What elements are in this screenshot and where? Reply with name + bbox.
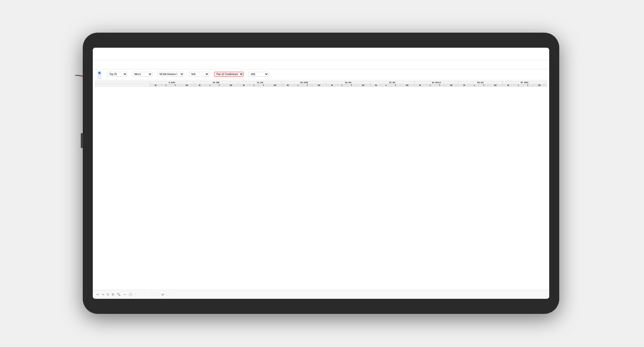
view-radio-group (98, 71, 102, 79)
team-group: (All) (249, 71, 269, 77)
conference-select[interactable]: Pac-12 Conference (All) ACC (214, 72, 244, 77)
undo-icon[interactable]: ↩ (97, 293, 99, 296)
col-header-asu: 3. ASU (150, 81, 194, 84)
sub-col-t-5: T (347, 84, 356, 87)
sub-col-d-6: Dif (400, 84, 414, 87)
share-icon[interactable]: ⇄ (162, 293, 164, 296)
sub-col-d-1: Dif (180, 84, 194, 87)
tablet-screen: Top 25 Top 10 Top 50 Men's Women's NCAA … (93, 48, 549, 299)
sub-col-l-3: L (250, 84, 259, 87)
share-button[interactable] (167, 294, 171, 296)
filters-row: Top 25 Top 10 Top 50 Men's Women's NCAA … (93, 69, 549, 80)
sub-col-d-9: Dif (532, 84, 547, 87)
sub-col-w-3: W (238, 84, 250, 87)
sub-col-t-7: T (435, 84, 444, 87)
sub-col-d-8: Dif (488, 84, 503, 87)
sub-col-d-2: Dif (224, 84, 238, 87)
sub-col-d-7: Dif (444, 84, 458, 87)
matrix-corner (96, 81, 150, 84)
sub-col-l-6: L (382, 84, 391, 87)
sub-col-l-9: L (514, 84, 523, 87)
sub-col-w-8: W (458, 84, 470, 87)
toolbar: ↩ ↪ ↻ ⚙ 🔍 — 🕐 ⇄ (93, 290, 549, 299)
col-header-ua: 11. UA (238, 81, 282, 84)
col-header-ucla: 31. UCLA (414, 81, 458, 84)
tablet-side-button (81, 133, 83, 148)
matrix-container[interactable]: 3. ASU 10. UW 11. UA 22. UCB 24. UO 27. … (93, 80, 549, 290)
sub-col-t-9: T (523, 84, 532, 87)
zoom-in-icon[interactable]: 🔍 (117, 293, 121, 296)
conference-group: Pac-12 Conference (All) ACC (214, 71, 244, 77)
sub-col-l-2: L (205, 84, 215, 87)
full-view-input[interactable] (98, 71, 101, 75)
sub-col-w-7: W (414, 84, 426, 87)
gender-select[interactable]: Men's Women's (132, 72, 152, 77)
matrix-table: 3. ASU 10. UW 11. UA 22. UCB 24. UO 27. … (95, 81, 547, 87)
view-options-group (98, 71, 102, 79)
main-nav (93, 48, 549, 60)
sub-col-w-2: W (194, 84, 205, 87)
sub-col-l-1: L (161, 84, 171, 87)
full-view-radio[interactable] (98, 71, 102, 75)
sub-col-t-4: T (303, 84, 312, 87)
compact-view-radio[interactable] (98, 75, 102, 79)
division-select[interactable]: NCAA Division I NCAA Division II NCAA Di… (157, 72, 184, 77)
save-custom-button[interactable] (145, 294, 149, 296)
sub-col-l-8: L (470, 84, 479, 87)
sub-col-l-5: L (338, 84, 347, 87)
team-select[interactable]: (All) (249, 72, 269, 77)
col-header-uu: 54. UU (458, 81, 503, 84)
sub-col-w-9: W (503, 84, 514, 87)
sub-col-w-5: W (326, 84, 338, 87)
settings-icon[interactable]: ⚙ (112, 293, 114, 296)
region-group: N/A Northeast Southeast (189, 71, 209, 77)
division-group: NCAA Division I NCAA Division II NCAA Di… (157, 71, 184, 77)
sub-col-t-8: T (479, 84, 488, 87)
max-teams-select[interactable]: Top 25 Top 10 Top 50 (107, 72, 127, 77)
col-header-uw: 10. UW (194, 81, 238, 84)
sub-col-d-4: Dif (312, 84, 326, 87)
region-select[interactable]: N/A Northeast Southeast (189, 72, 209, 77)
toolbar-sep-2 (152, 292, 152, 297)
max-teams-group: Top 25 Top 10 Top 50 (107, 71, 127, 77)
sub-col-t-1: T (171, 84, 180, 87)
nav-items (108, 52, 127, 55)
tablet-device: Top 25 Top 10 Top 50 Men's Women's NCAA … (83, 33, 559, 314)
sub-col-w-6: W (370, 84, 382, 87)
col-header-ucb: 22. UCB (282, 81, 326, 84)
watch-button[interactable] (154, 294, 159, 296)
sub-col-t-2: T (215, 84, 224, 87)
view-original-button[interactable] (138, 294, 142, 296)
sub-col-l-7: L (426, 84, 435, 87)
zoom-out-icon[interactable]: — (123, 293, 126, 296)
sub-col-t-6: T (391, 84, 400, 87)
sub-col-w-4: W (282, 84, 294, 87)
col-header-uo: 24. UO (326, 81, 370, 84)
clock-icon[interactable]: 🕐 (129, 293, 132, 296)
gender-group: Men's Women's (132, 71, 152, 77)
compact-view-input[interactable] (98, 75, 101, 79)
sub-col-d-5: Dif (356, 84, 370, 87)
toolbar-sep-1 (135, 292, 135, 297)
refresh-icon[interactable]: ↻ (107, 293, 109, 296)
col-header-osu: 57. OSU (503, 81, 547, 84)
sub-col-l-4: L (294, 84, 303, 87)
sub-nav (93, 60, 549, 69)
sub-col-t-3: T (259, 84, 268, 87)
redo-icon[interactable]: ↪ (102, 293, 104, 296)
col-header-su: 27. SU (370, 81, 414, 84)
sub-col-w-1: W (150, 84, 162, 87)
sub-col-d-3: Dif (268, 84, 282, 87)
matrix-row-label-header (96, 84, 150, 87)
